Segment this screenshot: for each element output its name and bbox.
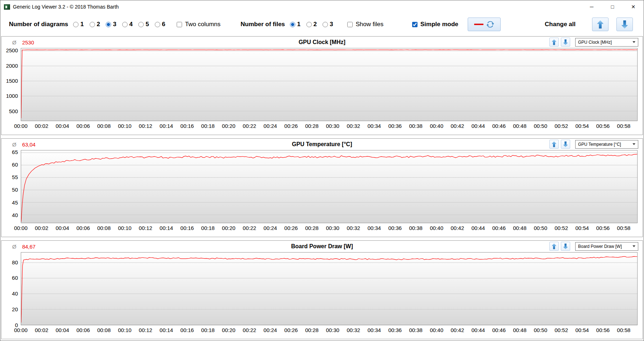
x-axis-tick-label: 00:22 — [243, 327, 256, 333]
x-axis-labels: 00:0000:0200:0400:0600:0800:1000:1200:14… — [21, 326, 638, 336]
x-axis-tick-label: 00:20 — [222, 225, 235, 231]
move-panel-up-button[interactable] — [549, 242, 559, 251]
move-panel-down-button[interactable] — [561, 38, 570, 47]
move-panel-down-button[interactable] — [561, 242, 570, 251]
x-axis-labels: 00:0000:0200:0400:0600:0800:1000:1200:14… — [21, 224, 638, 234]
simple-mode-checkbox[interactable]: Simple mode — [412, 21, 458, 28]
diagrams-option-4[interactable]: 4 — [122, 21, 133, 28]
close-button[interactable]: ✕ — [623, 0, 644, 13]
files-radio-1[interactable] — [290, 22, 295, 27]
chart-panel-board-power: Ø 84,67 Board Power Draw [W] Board Power… — [1, 240, 643, 339]
change-all-group: Change all — [545, 18, 633, 31]
metric-dropdown[interactable]: Board Power Draw [W] — [575, 242, 638, 251]
x-axis-tick-label: 00:06 — [76, 123, 90, 129]
files-radio-3[interactable] — [323, 22, 328, 27]
x-axis-tick-label: 00:26 — [284, 225, 298, 231]
app-window: Generic Log Viewer 3.2 - © 2018 Thomas B… — [0, 0, 644, 341]
average-readout: Ø 63,04 — [12, 141, 35, 148]
metric-dropdown[interactable]: GPU Temperature [°C] — [575, 140, 638, 149]
arrow-up-icon — [552, 39, 557, 45]
x-axis-tick-label: 00:28 — [305, 225, 319, 231]
chevron-down-icon — [633, 41, 635, 43]
files-option-1[interactable]: 1 — [290, 21, 300, 28]
arrow-down-icon — [563, 39, 568, 45]
chart-title: GPU Temperature [°C] — [1, 141, 643, 148]
x-axis-tick-label: 00:50 — [534, 123, 547, 129]
diagrams-radio-4[interactable] — [122, 22, 128, 27]
x-axis-tick-label: 00:18 — [201, 327, 215, 333]
move-panel-up-button[interactable] — [549, 140, 559, 149]
average-symbol: Ø — [12, 141, 16, 148]
maximize-button[interactable]: □ — [602, 0, 623, 13]
x-axis-tick-label: 00:34 — [367, 123, 381, 129]
diagrams-option-6[interactable]: 6 — [155, 21, 165, 28]
diagrams-option-label: 2 — [97, 21, 100, 28]
x-axis-tick-label: 00:38 — [409, 123, 423, 129]
simple-mode-checkbox-input[interactable] — [412, 22, 418, 27]
diagrams-radio-6[interactable] — [155, 22, 160, 27]
move-panel-up-button[interactable] — [549, 38, 559, 47]
two-columns-checkbox-input[interactable] — [177, 22, 182, 27]
x-axis-tick-label: 00:16 — [180, 225, 194, 231]
diagrams-option-1[interactable]: 1 — [73, 21, 84, 28]
number-of-diagrams-radio-group: 123456 — [73, 21, 171, 28]
x-axis-tick-label: 00:56 — [596, 327, 610, 333]
diagrams-radio-1[interactable] — [73, 22, 78, 27]
metric-dropdown-value: GPU Clock [MHz] — [578, 40, 612, 45]
panel-header: Ø 2530 GPU Clock [MHz] GPU Clock [MHz] — [1, 37, 643, 48]
chart-area: 404550556065 — [1, 150, 643, 223]
files-option-2[interactable]: 2 — [306, 21, 317, 28]
arrow-down-icon — [563, 244, 568, 249]
diagrams-radio-2[interactable] — [90, 22, 95, 27]
average-value: 2530 — [22, 39, 34, 45]
y-axis-labels: 5001000150020002500 — [1, 48, 21, 121]
x-axis-tick-label: 00:06 — [76, 327, 90, 333]
x-axis-tick-label: 00:00 — [14, 123, 28, 129]
move-panel-down-button[interactable] — [561, 140, 570, 149]
x-axis-tick-label: 00:40 — [430, 225, 443, 231]
x-axis-tick-label: 00:24 — [263, 225, 277, 231]
arrow-up-icon — [552, 244, 557, 249]
change-all-down-button[interactable] — [616, 18, 633, 31]
line-style-refresh-button[interactable] — [468, 18, 501, 31]
y-axis-tick-label: 60 — [12, 275, 18, 281]
change-all-up-button[interactable] — [592, 18, 609, 31]
x-axis-tick-label: 00:14 — [159, 327, 173, 333]
diagrams-radio-3[interactable] — [106, 22, 111, 27]
minimize-button[interactable]: ─ — [581, 0, 602, 13]
chart-area: 020406080 — [1, 252, 643, 325]
x-axis-tick-label: 00:30 — [326, 123, 339, 129]
x-axis-tick-label: 00:30 — [326, 327, 339, 333]
diagrams-option-3[interactable]: 3 — [106, 21, 116, 28]
line-chart — [21, 150, 637, 223]
x-axis-tick-label: 00:44 — [471, 327, 485, 333]
x-axis-tick-label: 00:18 — [201, 225, 215, 231]
metric-dropdown[interactable]: GPU Clock [MHz] — [575, 38, 638, 47]
files-radio-2[interactable] — [306, 22, 312, 27]
two-columns-checkbox[interactable]: Two columns — [177, 21, 220, 28]
show-files-checkbox[interactable]: Show files — [347, 21, 383, 28]
show-files-checkbox-input[interactable] — [347, 22, 353, 27]
arrow-down-icon — [563, 141, 568, 147]
x-axis-tick-label: 00:58 — [617, 225, 631, 231]
x-axis-tick-label: 00:58 — [617, 327, 631, 333]
y-axis-tick-label: 50 — [12, 187, 18, 193]
y-axis-tick-label: 80 — [12, 259, 18, 265]
x-axis-tick-label: 00:52 — [555, 123, 568, 129]
x-axis-tick-label: 00:48 — [513, 327, 526, 333]
y-axis-tick-label: 55 — [12, 174, 18, 181]
x-axis-tick-label: 00:04 — [56, 123, 69, 129]
x-axis-tick-label: 00:48 — [513, 123, 526, 129]
diagrams-radio-5[interactable] — [138, 22, 144, 27]
diagrams-option-5[interactable]: 5 — [138, 21, 149, 28]
x-axis-tick-label: 00:46 — [492, 123, 506, 129]
diagrams-option-2[interactable]: 2 — [90, 21, 100, 28]
number-of-files-radio-group: 123 — [290, 21, 339, 28]
panel-header: Ø 63,04 GPU Temperature [°C] GPU Tempera… — [1, 139, 643, 150]
y-axis-tick-label: 20 — [12, 306, 18, 312]
x-axis-tick-label: 00:20 — [222, 327, 235, 333]
panel-controls: Board Power Draw [W] — [549, 242, 638, 251]
files-option-3[interactable]: 3 — [323, 21, 333, 28]
x-axis-tick-label: 00:14 — [159, 225, 173, 231]
arrow-up-icon — [552, 141, 557, 147]
